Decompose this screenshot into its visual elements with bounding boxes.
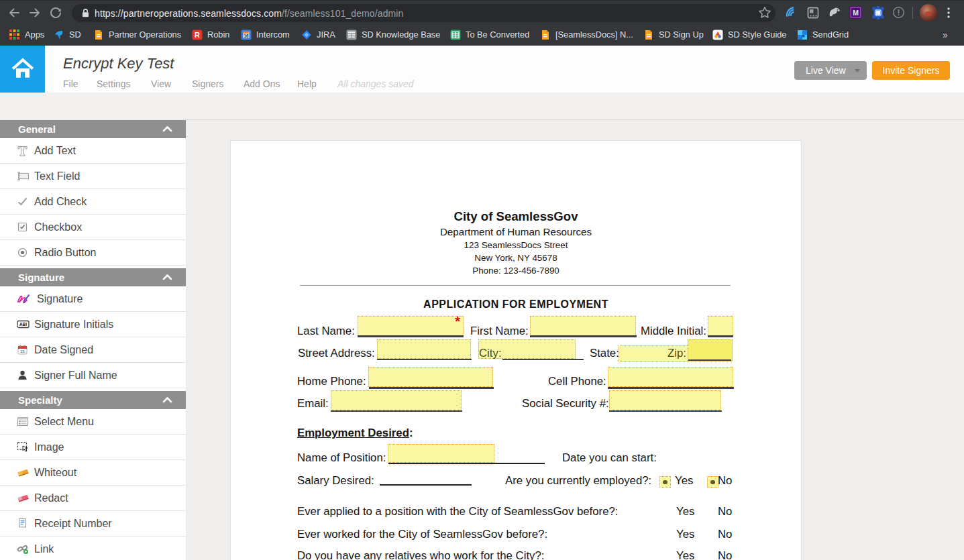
svg-text:M: M bbox=[853, 9, 859, 17]
svg-text:15: 15 bbox=[20, 349, 25, 353]
svg-text:ABI: ABI bbox=[19, 322, 27, 327]
svg-text:R: R bbox=[195, 31, 200, 39]
svg-text:16: 16 bbox=[244, 33, 249, 38]
